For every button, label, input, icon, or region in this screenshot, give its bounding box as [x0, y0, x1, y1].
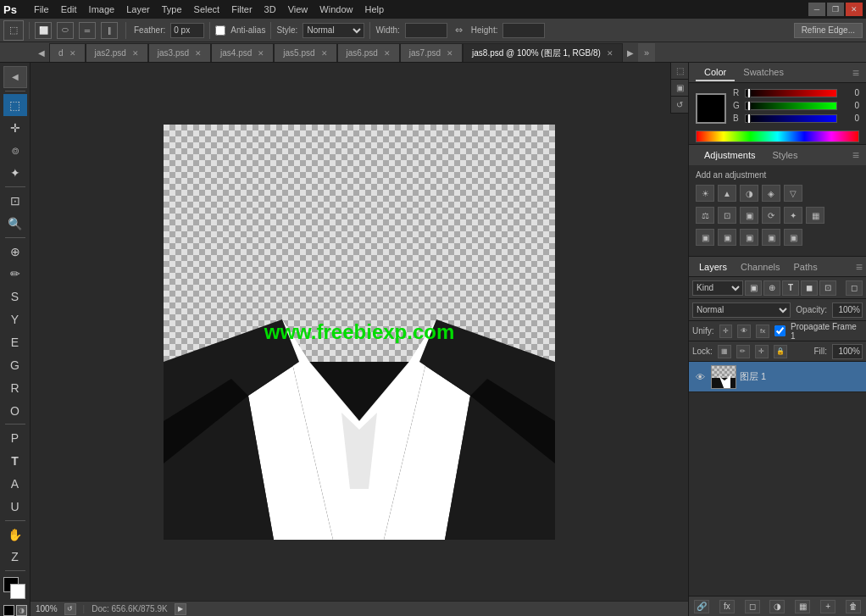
tab-adjustments[interactable]: Adjustments	[696, 147, 764, 163]
eyedropper-tool[interactable]: 🔍	[3, 213, 27, 235]
tab-close-jas8[interactable]: ✕	[607, 49, 613, 58]
layer-new-button[interactable]: +	[820, 600, 835, 613]
hand-tool[interactable]: ✋	[3, 524, 27, 546]
selective-color-icon[interactable]: ▣	[784, 229, 802, 246]
color-swatch-preview[interactable]	[696, 93, 726, 124]
propagate-checkbox[interactable]	[774, 325, 786, 336]
layer-link-icon[interactable]: 🔗	[694, 600, 709, 613]
minimize-button[interactable]: ─	[808, 3, 825, 16]
refine-edge-button[interactable]: Refine Edge...	[794, 23, 863, 38]
background-color[interactable]	[10, 584, 25, 599]
width-input[interactable]	[405, 23, 447, 38]
shape-tool[interactable]: U	[3, 496, 27, 518]
menu-3d[interactable]: 3D	[259, 3, 281, 16]
lock-paint-icon[interactable]: ✏	[736, 345, 750, 358]
tab-close-jas6[interactable]: ✕	[384, 49, 391, 58]
color-lookup-icon[interactable]: ▦	[806, 207, 824, 224]
close-button[interactable]: ✕	[846, 3, 863, 16]
canvas-arrange-icon[interactable]: ⬚	[671, 63, 688, 80]
lock-all-icon[interactable]: 🔒	[774, 345, 787, 358]
gradient-map-icon[interactable]: ▣	[762, 229, 780, 246]
antialias-checkbox[interactable]	[215, 25, 225, 36]
swap-dimensions-icon[interactable]: ⇔	[452, 24, 466, 37]
tab-scroll-right[interactable]: ▶	[623, 43, 638, 62]
feather-input[interactable]	[170, 23, 204, 38]
layer-item-1[interactable]: 👁 图层 1	[689, 362, 866, 392]
tab-jas6[interactable]: jas6.psd ✕	[337, 43, 400, 62]
eraser-tool[interactable]: E	[3, 331, 27, 353]
tab-jas4[interactable]: jas4.psd ✕	[211, 43, 274, 62]
tab-close-jas4[interactable]: ✕	[258, 49, 264, 58]
filter-pixel-icon[interactable]: ▣	[745, 280, 762, 296]
height-input[interactable]	[502, 23, 545, 38]
menu-help[interactable]: Help	[359, 3, 389, 16]
tab-layers[interactable]: Layers	[692, 259, 734, 275]
tab-close-jas3[interactable]: ✕	[195, 49, 202, 58]
color-spectrum-bar[interactable]	[696, 130, 859, 142]
tab-close-d[interactable]: ✕	[69, 49, 76, 58]
menu-select[interactable]: Select	[189, 3, 225, 16]
unify-style-icon[interactable]: fx	[756, 325, 769, 338]
brush-tool[interactable]: ✏	[3, 264, 27, 286]
menu-window[interactable]: Window	[314, 3, 358, 16]
invert-icon[interactable]: ▣	[696, 229, 714, 246]
curves-icon[interactable]: ◑	[740, 185, 758, 202]
canvas-screen-icon[interactable]: ▣	[671, 80, 688, 97]
filter-smart-icon[interactable]: ⊡	[819, 280, 836, 296]
quick-selection-tool[interactable]: ✦	[3, 162, 27, 184]
zoom-reset-button[interactable]: ↺	[64, 603, 76, 615]
canvas-scroll-area[interactable]: www.freebiexp.com	[31, 63, 688, 601]
tab-jas8-active[interactable]: jas8.psd @ 100% (图层 1, RGB/8) ✕	[463, 43, 623, 62]
filter-type-icon[interactable]: T	[782, 280, 799, 296]
layer-delete-button[interactable]: 🗑	[846, 600, 861, 613]
blue-slider[interactable]	[745, 114, 837, 123]
color-balance-icon[interactable]: ⊡	[718, 207, 736, 224]
layers-panel-menu[interactable]: ≡	[856, 260, 863, 274]
tab-close-jas7[interactable]: ✕	[447, 49, 453, 58]
clone-stamp-tool[interactable]: S	[3, 286, 27, 308]
move-tool[interactable]: ✛	[3, 117, 27, 139]
collapse-toolbar-icon[interactable]: ◀	[3, 66, 27, 88]
exposure-icon[interactable]: ◈	[762, 185, 780, 202]
fill-input[interactable]	[832, 344, 863, 359]
rect-marquee-btn[interactable]: ⬜	[35, 22, 52, 39]
tab-close-jas5[interactable]: ✕	[321, 49, 328, 58]
tab-overflow-btn[interactable]: »	[638, 43, 655, 62]
tab-close-jas2[interactable]: ✕	[132, 49, 139, 58]
healing-brush-tool[interactable]: ⊕	[3, 241, 27, 263]
opacity-input[interactable]	[832, 302, 863, 318]
ellipse-marquee-btn[interactable]: ⬭	[57, 22, 74, 39]
menu-edit[interactable]: Edit	[56, 3, 82, 16]
canvas-rotate-icon[interactable]: ↺	[671, 97, 688, 114]
photo-filter-icon[interactable]: ⟳	[762, 207, 780, 224]
bw-icon[interactable]: ▣	[740, 207, 758, 224]
zoom-tool[interactable]: Z	[3, 546, 27, 568]
dodge-tool[interactable]: O	[3, 400, 27, 422]
tab-color[interactable]: Color	[696, 64, 735, 81]
menu-image[interactable]: Image	[84, 3, 120, 16]
tab-paths[interactable]: Paths	[787, 259, 824, 275]
hue-sat-icon[interactable]: ⚖	[696, 207, 714, 224]
crop-tool[interactable]: ⊡	[3, 190, 27, 212]
red-slider[interactable]	[745, 89, 837, 97]
filter-shape-icon[interactable]: ◼	[801, 280, 818, 296]
lock-position-icon[interactable]: ✛	[755, 345, 769, 358]
path-selection-tool[interactable]: A	[3, 473, 27, 495]
history-brush-tool[interactable]: Y	[3, 308, 27, 330]
tab-jas2[interactable]: jas2.psd ✕	[86, 43, 148, 62]
col-marquee-btn[interactable]: ‖	[101, 22, 118, 39]
menu-layer[interactable]: Layer	[121, 3, 155, 16]
layer-group-button[interactable]: ▦	[795, 600, 810, 613]
layer-fx-button[interactable]: fx	[719, 600, 735, 613]
lock-pixels-icon[interactable]: ▦	[718, 345, 731, 358]
tab-scroll-left[interactable]: ◀	[34, 43, 49, 62]
layer-mask-button[interactable]: ◻	[745, 600, 760, 613]
green-slider[interactable]	[745, 102, 837, 110]
quick-mask-icon[interactable]: ◑	[16, 605, 27, 616]
tab-d[interactable]: d ✕	[49, 43, 86, 62]
levels-icon[interactable]: ▲	[718, 185, 736, 202]
restore-button[interactable]: ❐	[827, 3, 844, 16]
vibrance-icon[interactable]: ▽	[784, 185, 802, 202]
row-marquee-btn[interactable]: ═	[79, 22, 96, 39]
menu-view[interactable]: View	[283, 3, 314, 16]
